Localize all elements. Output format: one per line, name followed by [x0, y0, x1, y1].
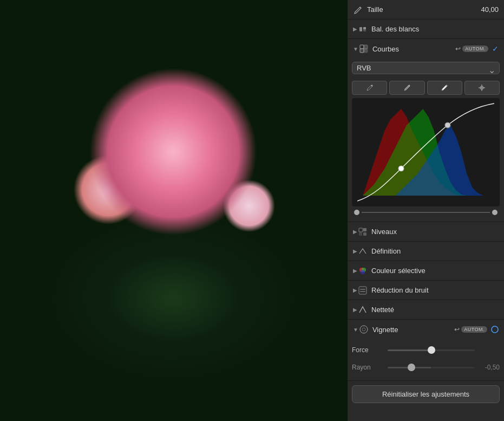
image-panel — [0, 0, 347, 421]
svg-point-8 — [408, 85, 410, 87]
courbes-controls: RVB — [348, 59, 504, 222]
chevron-right-icon: ▶ — [353, 229, 357, 235]
svg-point-13 — [398, 166, 404, 171]
black-point-eyedropper[interactable] — [352, 81, 387, 95]
svg-rect-18 — [363, 232, 366, 236]
bal-des-blancs-label: Bal. des blancs — [371, 25, 499, 33]
reset-button[interactable]: Réinitialiser les ajustements — [352, 385, 500, 403]
nettete-row[interactable]: ▶ Netteté — [348, 300, 504, 320]
vignette-circle-indicator — [491, 326, 499, 333]
rvb-select[interactable]: RVB — [352, 62, 500, 74]
chevron-right-icon: ▶ — [353, 268, 357, 274]
rayon-label: Rayon — [352, 364, 384, 371]
sidebar: Taille 40,00 ▶ Bal. des blancs ▼ — [347, 0, 504, 421]
color-selective-icon — [357, 265, 368, 276]
rayon-slider-row: Rayon -0,50 — [352, 360, 500, 375]
nettete-label: Netteté — [371, 306, 499, 314]
taille-value: 40,00 — [481, 5, 499, 14]
svg-rect-22 — [359, 287, 366, 294]
rayon-value: -0,50 — [478, 364, 500, 371]
white-point-eyedropper[interactable] — [427, 81, 462, 95]
check-icon: ✓ — [492, 44, 499, 53]
svg-point-27 — [492, 326, 498, 333]
noise-icon — [357, 285, 368, 296]
vignette-header[interactable]: ▼ Vignette ↩ AUTOM. — [348, 320, 504, 339]
svg-point-14 — [445, 122, 450, 128]
svg-rect-16 — [363, 228, 366, 231]
taille-row: Taille 40,00 — [348, 0, 504, 20]
chevron-down-icon: ▼ — [353, 327, 358, 333]
svg-rect-5 — [360, 49, 364, 53]
svg-point-25 — [360, 326, 368, 333]
bal-des-blancs-row[interactable]: ▶ Bal. des blancs — [348, 20, 504, 39]
vignette-section: ▼ Vignette ↩ AUTOM. Force — [348, 320, 504, 381]
levels-icon — [357, 226, 368, 237]
force-slider[interactable] — [388, 349, 475, 351]
crosshair-button[interactable] — [464, 81, 500, 95]
vignette-autom-badge[interactable]: AUTOM. — [461, 326, 487, 333]
histogram-svg — [352, 98, 500, 206]
definition-row[interactable]: ▶ Définition — [348, 242, 504, 261]
svg-rect-17 — [359, 232, 362, 236]
svg-rect-4 — [364, 45, 368, 49]
wb-icon — [357, 24, 368, 35]
chevron-right-icon: ▶ — [353, 26, 357, 32]
niveaux-row[interactable]: ▶ Niveaux — [348, 222, 504, 242]
courbes-label: Courbes — [372, 45, 453, 53]
courbes-header[interactable]: ▼ Courbes ↩ AUTOM. ✓ — [348, 39, 504, 59]
svg-rect-6 — [364, 49, 368, 53]
definition-label: Définition — [371, 247, 499, 255]
svg-rect-0 — [359, 27, 362, 31]
couleur-selective-label: Couleur sélective — [371, 267, 499, 275]
slider-left-handle[interactable] — [354, 210, 359, 215]
histogram-range-slider[interactable] — [352, 209, 500, 216]
force-label: Force — [352, 346, 384, 354]
svg-point-9 — [446, 85, 448, 87]
reduction-bruit-row[interactable]: ▶ Réduction du bruit — [348, 281, 504, 300]
courbes-section: ▼ Courbes ↩ AUTOM. ✓ RVB — [348, 39, 504, 222]
svg-rect-3 — [360, 45, 364, 49]
slider-right-handle[interactable] — [492, 210, 498, 215]
definition-icon — [357, 246, 368, 257]
histogram-area[interactable] — [352, 98, 500, 206]
undo-icon[interactable]: ↩ — [455, 45, 461, 53]
niveaux-label: Niveaux — [371, 228, 499, 236]
rvb-select-wrapper: RVB — [352, 62, 500, 77]
chevron-right-icon: ▶ — [353, 307, 357, 313]
eyedropper-row — [352, 81, 500, 95]
curves-icon — [358, 43, 369, 54]
chevron-down-icon: ▼ — [353, 46, 358, 52]
vignette-icon — [358, 324, 369, 335]
chevron-right-icon: ▶ — [353, 248, 357, 254]
svg-rect-23 — [360, 289, 365, 290]
autom-badge[interactable]: AUTOM. — [462, 46, 488, 52]
svg-point-21 — [361, 270, 365, 274]
force-slider-row: Force — [352, 342, 500, 358]
rayon-slider[interactable] — [388, 367, 475, 368]
slider-track — [362, 212, 490, 213]
reduction-bruit-label: Réduction du bruit — [371, 286, 499, 294]
sharpness-icon — [357, 305, 368, 315]
svg-point-26 — [362, 328, 365, 331]
flower-image — [0, 0, 347, 421]
svg-point-7 — [371, 85, 372, 87]
svg-rect-15 — [359, 228, 363, 232]
pencil-icon — [353, 4, 364, 15]
taille-label: Taille — [367, 5, 481, 14]
couleur-selective-row[interactable]: ▶ Couleur sélective — [348, 261, 504, 281]
svg-rect-24 — [360, 291, 365, 292]
chevron-right-icon: ▶ — [353, 287, 357, 293]
svg-rect-2 — [363, 27, 366, 29]
vignette-label: Vignette — [372, 326, 452, 334]
vignette-undo-icon[interactable]: ↩ — [454, 326, 460, 333]
vignette-controls: Force Rayon -0,50 — [348, 339, 504, 380]
gray-point-eyedropper[interactable] — [389, 81, 424, 95]
